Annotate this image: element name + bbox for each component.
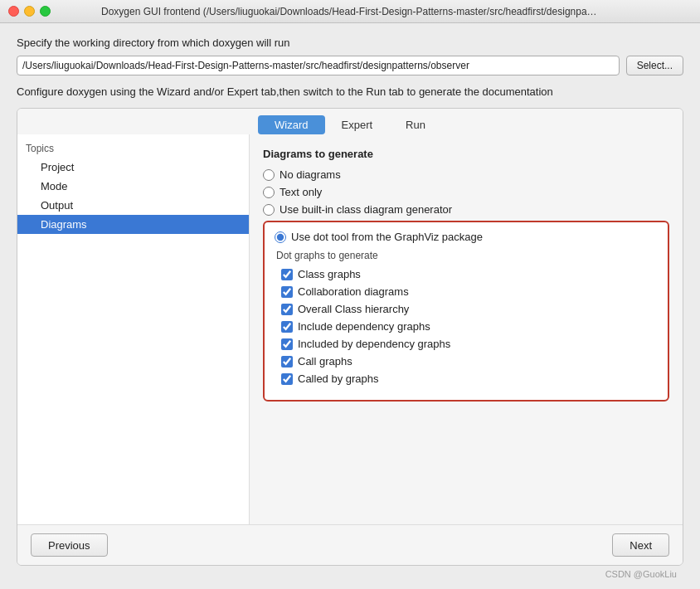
working-dir-label: Specify the working directory from which…	[17, 37, 683, 49]
radio-text-only: Text only	[263, 186, 669, 198]
tab-bar: Wizard Expert Run	[17, 109, 683, 134]
titlebar: Doxygen GUI frontend (/Users/liuguokai/D…	[0, 0, 700, 23]
checkbox-class-graphs-input[interactable]	[281, 269, 293, 280]
radio-no-diagrams-label: No diagrams	[280, 168, 341, 181]
sidebar-item-project[interactable]: Project	[17, 158, 249, 177]
radio-text-only-input[interactable]	[263, 187, 275, 198]
tab-wizard[interactable]: Wizard	[258, 115, 324, 134]
two-column-layout: Topics Project Mode Output Diagrams Diag…	[17, 134, 683, 524]
close-button[interactable]	[8, 6, 19, 17]
path-row: Select...	[17, 56, 683, 75]
checkbox-overall-hierarchy: Overall Class hierarchy	[275, 303, 658, 315]
sidebar-item-output[interactable]: Output	[17, 196, 249, 215]
radio-builtin: Use built-in class diagram generator	[263, 203, 669, 216]
checkbox-call-graphs-input[interactable]	[281, 356, 293, 368]
dot-graphs-box: Use dot tool from the GraphViz package D…	[263, 221, 669, 402]
sidebar-item-mode[interactable]: Mode	[17, 177, 249, 196]
right-panel: Diagrams to generate No diagrams Text on…	[250, 134, 683, 524]
radio-builtin-input[interactable]	[263, 204, 275, 216]
diagrams-section-title: Diagrams to generate	[263, 148, 669, 160]
checkbox-included-by-dep-label: Included by dependency graphs	[298, 338, 450, 350]
radio-no-diagrams: No diagrams	[263, 168, 669, 181]
checkbox-included-by-dep-input[interactable]	[281, 338, 293, 350]
dot-graphs-header: Use dot tool from the GraphViz package	[275, 231, 658, 243]
checkbox-include-dep: Include dependency graphs	[275, 320, 658, 333]
checkbox-include-dep-label: Include dependency graphs	[298, 320, 430, 333]
radio-dot-input[interactable]	[275, 231, 286, 243]
previous-button[interactable]: Previous	[31, 533, 108, 557]
maximize-button[interactable]	[40, 6, 51, 17]
sidebar-group-label: Topics	[17, 139, 249, 158]
sidebar: Topics Project Mode Output Diagrams	[17, 134, 250, 524]
content-panel: Wizard Expert Run Topics Project Mode Ou…	[17, 108, 683, 566]
traffic-lights	[8, 6, 51, 17]
tab-expert[interactable]: Expert	[325, 115, 390, 134]
sidebar-item-diagrams[interactable]: Diagrams	[17, 215, 249, 234]
main-content: Specify the working directory from which…	[0, 23, 700, 589]
checkbox-call-graphs: Call graphs	[275, 355, 658, 368]
checkbox-called-by-graphs-input[interactable]	[281, 373, 293, 385]
select-button[interactable]: Select...	[626, 56, 683, 75]
checkbox-collaboration-input[interactable]	[281, 286, 293, 298]
radio-no-diagrams-input[interactable]	[263, 169, 275, 181]
checkbox-called-by-graphs-label: Called by graphs	[298, 372, 379, 385]
checkbox-call-graphs-label: Call graphs	[298, 355, 352, 368]
next-button[interactable]: Next	[612, 533, 669, 557]
checkbox-class-graphs-label: Class graphs	[298, 268, 361, 280]
checkbox-include-dep-input[interactable]	[281, 321, 293, 333]
checkbox-collaboration-label: Collaboration diagrams	[298, 285, 409, 298]
checkbox-collaboration: Collaboration diagrams	[275, 285, 658, 298]
checkbox-included-by-dep: Included by dependency graphs	[275, 338, 658, 350]
minimize-button[interactable]	[24, 6, 35, 17]
radio-text-only-label: Text only	[280, 186, 322, 198]
checkbox-class-graphs: Class graphs	[275, 268, 658, 280]
radio-builtin-label: Use built-in class diagram generator	[280, 203, 452, 216]
checkbox-overall-hierarchy-label: Overall Class hierarchy	[298, 303, 409, 315]
footer: Previous Next	[17, 524, 683, 565]
config-label: Configure doxygen using the Wizard and/o…	[17, 85, 683, 98]
watermark: CSDN @GuokLiu	[17, 566, 683, 581]
working-dir-input[interactable]	[17, 56, 620, 75]
checkbox-overall-hierarchy-input[interactable]	[281, 304, 293, 315]
checkbox-called-by-graphs: Called by graphs	[275, 372, 658, 385]
tab-run[interactable]: Run	[389, 115, 442, 134]
radio-dot-label: Use dot tool from the GraphViz package	[291, 231, 483, 243]
window-title: Doxygen GUI frontend (/Users/liuguokai/D…	[101, 6, 599, 17]
dot-graphs-sublabel: Dot graphs to generate	[275, 250, 658, 261]
